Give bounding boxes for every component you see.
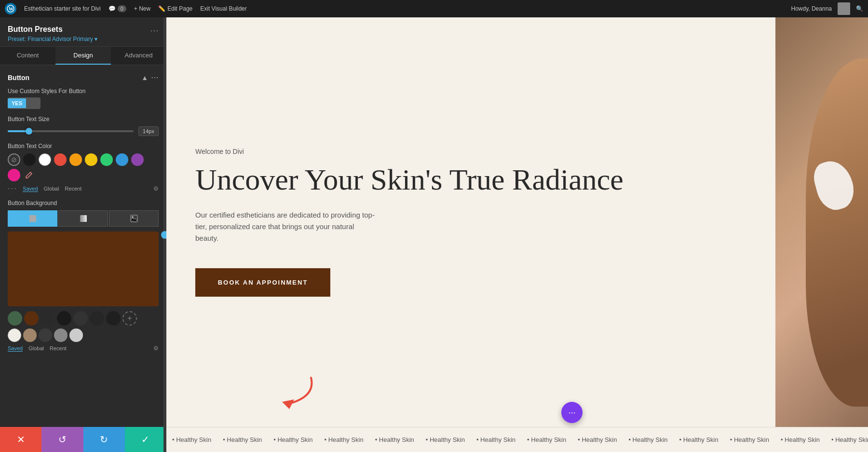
ticker-item-11: • Healthy Skin <box>674 436 724 443</box>
howdy-text: Howdy, Deanna <box>791 5 832 12</box>
palette-swatch-sm-2[interactable] <box>23 329 37 342</box>
toggle-yes[interactable]: YES <box>8 98 26 108</box>
color-swatch-white[interactable] <box>39 153 51 166</box>
ticker-item-2: • Healthy Skin <box>217 436 268 443</box>
bg-color-preview[interactable] <box>8 232 159 306</box>
palette-swatch-sm-1[interactable] <box>8 329 21 342</box>
toggle-label: Use Custom Styles For Button <box>8 88 159 95</box>
exit-builder-button[interactable]: Exit Visual Builder <box>200 5 247 12</box>
bg-type-gradient[interactable] <box>58 210 108 227</box>
hero-title: Uncover Your Skin's True Radiance <box>195 163 746 196</box>
custom-styles-toggle-group: Use Custom Styles For Button YES <box>8 88 159 109</box>
palette-settings-icon[interactable]: ⚙ <box>153 345 159 352</box>
ticker-item-7: • Healthy Skin <box>471 436 521 443</box>
svg-rect-3 <box>80 215 87 222</box>
ticker-item-5: • Healthy Skin <box>369 436 420 443</box>
palette-swatch-sm-3[interactable] <box>39 329 52 342</box>
svg-rect-4 <box>131 215 137 222</box>
color-swatch-green[interactable] <box>100 153 113 166</box>
panel-subtitle[interactable]: Preset: Financial Advisor Primary ▾ <box>8 36 159 42</box>
color-pencil-icon[interactable] <box>23 169 35 181</box>
palette-swatch-6[interactable] <box>90 311 104 326</box>
sidebar-panel: Button Presets Preset: Financial Advisor… <box>0 17 166 452</box>
cancel-button[interactable]: ✕ <box>0 427 41 452</box>
color-swatch-blue[interactable] <box>116 153 128 166</box>
palette-swatch-7[interactable] <box>106 311 121 326</box>
color-swatch-black[interactable] <box>23 153 36 166</box>
search-icon[interactable]: 🔍 <box>856 5 863 12</box>
comments-count[interactable]: 💬 0 <box>108 5 126 12</box>
sidebar-header: Button Presets Preset: Financial Advisor… <box>0 17 166 47</box>
action-bar: ✕ ↺ ↻ ✓ <box>0 427 166 452</box>
color-tab-recent[interactable]: Recent <box>65 186 81 192</box>
palette-swatch-5[interactable] <box>73 311 88 326</box>
admin-bar: W Esthetician starter site for Divi 💬 0 … <box>0 0 868 17</box>
site-name[interactable]: Esthetician starter site for Divi <box>24 5 101 12</box>
ticker-item-9: • Healthy Skin <box>572 436 623 443</box>
section-header-button: Button ▲ ⋯ <box>8 73 159 82</box>
svg-rect-2 <box>29 215 36 222</box>
palette-swatch-sm-5[interactable] <box>69 329 83 342</box>
bg-type-solid[interactable] <box>8 210 57 227</box>
more-colors-icon[interactable]: ··· <box>8 184 17 193</box>
preview-area: Welcome to Divi Uncover Your Skin's True… <box>166 17 868 452</box>
palette-swatch-sm-4[interactable] <box>54 329 68 342</box>
slider-label: Button Text Size <box>8 116 159 123</box>
wp-logo[interactable]: W <box>5 3 16 14</box>
save-button[interactable]: ✓ <box>125 427 166 452</box>
color-swatch-orange[interactable] <box>69 153 82 166</box>
palette-swatch-3[interactable] <box>41 311 55 326</box>
fab-button[interactable]: ··· <box>561 402 583 423</box>
toggle-no[interactable] <box>26 97 41 109</box>
tab-design[interactable]: Design <box>55 47 111 65</box>
sidebar-content: Button ▲ ⋯ Use Custom Styles For Button … <box>0 65 166 452</box>
add-color-button[interactable]: + <box>122 311 137 326</box>
palette-tab-saved[interactable]: Saved <box>8 345 23 352</box>
admin-avatar <box>838 2 850 15</box>
tab-content[interactable]: Content <box>0 47 55 65</box>
section-options-icon[interactable]: ⋯ <box>151 73 159 82</box>
undo-button[interactable]: ↺ <box>41 427 83 452</box>
slider-value[interactable]: 14px <box>138 126 159 136</box>
color-swatch-red[interactable] <box>54 153 67 166</box>
section-controls: ▲ ⋯ <box>141 73 159 82</box>
color-tab-saved[interactable]: Saved <box>23 186 38 192</box>
new-button[interactable]: + New <box>134 5 150 12</box>
bg-type-buttons <box>8 210 159 227</box>
ticker-item-1: • Healthy Skin <box>166 436 217 443</box>
ticker-item-6: • Healthy Skin <box>420 436 471 443</box>
color-tab-global[interactable]: Global <box>44 186 59 192</box>
palette-swatch-1[interactable] <box>8 311 22 326</box>
slider-row: 14px <box>8 126 159 136</box>
fab-icon: ··· <box>569 408 576 418</box>
palette-swatch-4[interactable] <box>57 311 71 326</box>
color-swatch-yellow[interactable] <box>85 153 97 166</box>
tab-advanced[interactable]: Advanced <box>111 47 166 65</box>
color-settings-icon[interactable]: ⚙ <box>153 185 159 192</box>
palette-tab-recent[interactable]: Recent <box>50 345 67 351</box>
ticker-item-4: • Healthy Skin <box>318 436 369 443</box>
palette-swatch-2[interactable] <box>24 311 39 326</box>
collapse-icon[interactable]: ▲ <box>141 74 148 82</box>
hero-cta-button[interactable]: BOOK AN APPOINMENT <box>195 268 330 297</box>
face-image <box>806 58 868 407</box>
text-size-slider[interactable] <box>8 130 134 132</box>
bg-type-image[interactable] <box>109 210 159 227</box>
palette-tabs-row: Saved Global Recent ⚙ <box>8 345 159 352</box>
palette-tab-global[interactable]: Global <box>28 345 44 351</box>
custom-styles-toggle[interactable]: YES <box>8 97 41 109</box>
color-swatch-pink[interactable] <box>8 169 20 181</box>
panel-menu-icon[interactable]: ⋯ <box>150 25 159 36</box>
hero-section: Welcome to Divi Uncover Your Skin's True… <box>166 17 868 427</box>
admin-bar-right: Howdy, Deanna 🔍 <box>791 2 864 15</box>
hero-image-bg <box>775 17 868 427</box>
edit-page-button[interactable]: ✏️ Edit Page <box>158 5 192 12</box>
redo-button[interactable]: ↻ <box>83 427 125 452</box>
hero-description: Our certified estheticians are dedicated… <box>195 209 379 244</box>
text-color-swatches: ⊘ <box>8 153 159 181</box>
color-swatch-purple[interactable] <box>131 153 144 166</box>
bg-label: Button Background <box>8 200 159 206</box>
color-swatch-transparent[interactable]: ⊘ <box>8 153 20 166</box>
main-layout: Button Presets Preset: Financial Advisor… <box>0 17 868 452</box>
color-label: Button Text Color <box>8 143 159 150</box>
